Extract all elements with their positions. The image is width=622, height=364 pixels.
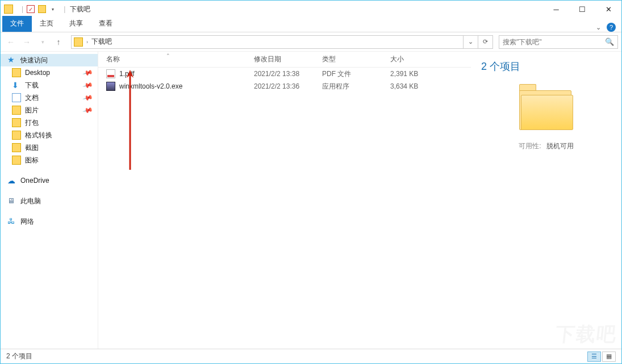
sidebar-item-label: 截图 [25, 143, 39, 153]
availability-label: 可用性: [519, 142, 541, 150]
details-pane: 2 个项目 可用性: 脱机可用 [471, 52, 621, 349]
search-icon[interactable]: 🔍 [605, 37, 614, 46]
breadcrumb[interactable]: 下载吧 [91, 37, 112, 47]
sidebar-item-label: 打包 [25, 118, 39, 128]
tab-home[interactable]: 主页 [32, 16, 61, 32]
computer-icon: 🖥 [7, 196, 16, 206]
tab-share[interactable]: 共享 [61, 16, 91, 32]
column-type[interactable]: 类型 [322, 55, 390, 64]
folder-icon [12, 156, 21, 165]
sidebar-item-pictures[interactable]: 图片 📌 [1, 104, 98, 116]
pin-icon: 📌 [82, 104, 94, 116]
column-date[interactable]: 修改日期 [254, 55, 322, 64]
file-date: 2021/2/2 13:36 [254, 82, 322, 90]
file-row[interactable]: winxmltools-v2.0.exe 2021/2/2 13:36 应用程序… [98, 80, 471, 93]
address-bar[interactable]: › 下载吧 ⌄ ⟳ [71, 35, 493, 49]
view-details-button[interactable]: ☰ [587, 352, 601, 362]
sidebar-network[interactable]: 🖧 网络 [1, 215, 98, 228]
view-large-button[interactable]: ▦ [602, 352, 616, 362]
sidebar-item-icons[interactable]: 图标 [1, 154, 98, 166]
star-icon: ★ [7, 56, 16, 65]
details-title: 2 个项目 [481, 60, 611, 73]
folder-thumbnail [519, 87, 574, 131]
folder-icon [12, 143, 21, 152]
sidebar-item-screenshot[interactable]: 截图 [1, 141, 98, 154]
network-icon: 🖧 [7, 217, 16, 226]
folder-icon [12, 131, 21, 140]
document-icon [12, 93, 21, 102]
minimize-button[interactable]: ─ [543, 1, 569, 18]
tab-view[interactable]: 查看 [91, 16, 120, 32]
sidebar-item-downloads[interactable]: ⬇ 下载 📌 [1, 79, 98, 91]
sidebar-item-label: 快速访问 [20, 56, 48, 65]
sidebar-item-label: 图标 [25, 156, 39, 165]
search-box[interactable]: 🔍 [499, 35, 618, 49]
ribbon-expand-icon[interactable]: ⌄ [596, 24, 601, 31]
sort-indicator-icon: ⌃ [166, 53, 170, 58]
column-name[interactable]: 名称 ⌃ [106, 55, 254, 64]
sidebar-onedrive[interactable]: ☁ OneDrive [1, 174, 98, 187]
qat-properties-icon[interactable]: ✓ [27, 5, 35, 13]
pin-icon: 📌 [82, 67, 94, 78]
qat-separator: | [64, 5, 65, 13]
sidebar-item-documents[interactable]: 文档 📌 [1, 91, 98, 104]
sidebar-item-package[interactable]: 打包 [1, 116, 98, 129]
qat-separator: | [22, 5, 23, 13]
sidebar-item-label: Desktop [25, 69, 50, 77]
chevron-right-icon[interactable]: › [86, 39, 88, 45]
window-title: 下载吧 [70, 5, 90, 14]
forward-button[interactable]: → [20, 35, 34, 49]
view-buttons: ☰ ▦ [587, 352, 616, 362]
sidebar-quickaccess[interactable]: ★ 快速访问 [1, 54, 98, 66]
sidebar-item-label: 网络 [20, 217, 34, 227]
pin-icon: 📌 [82, 80, 94, 91]
sidebar-item-label: OneDrive [20, 177, 49, 185]
pin-icon: 📌 [82, 92, 94, 103]
sidebar-item-label: 文档 [25, 93, 39, 103]
quick-access-toolbar: | ✓ ▾ | [4, 5, 65, 14]
folder-icon [4, 5, 13, 14]
file-date: 2021/2/2 13:38 [254, 70, 322, 78]
body: ★ 快速访问 Desktop 📌 ⬇ 下载 📌 文档 📌 图片 📌 [1, 52, 621, 349]
refresh-button[interactable]: ⟳ [478, 36, 492, 48]
file-type: 应用程序 [322, 82, 390, 91]
sidebar-item-convert[interactable]: 格式转换 [1, 129, 98, 141]
availability-value: 脱机可用 [546, 142, 574, 150]
back-button[interactable]: ← [4, 35, 18, 49]
ribbon: 文件 主页 共享 查看 ⌄ ? [1, 18, 621, 32]
qat-newfolder-icon[interactable] [38, 5, 46, 13]
file-rows: 1.pdf 2021/2/2 13:38 PDF 文件 2,391 KB win… [98, 68, 471, 349]
file-name: winxmltools-v2.0.exe [119, 82, 182, 90]
titlebar: | ✓ ▾ | 下载吧 ─ ☐ ✕ [1, 1, 621, 18]
details-availability: 可用性: 脱机可用 [481, 141, 611, 151]
pictures-icon [12, 106, 21, 115]
sidebar: ★ 快速访问 Desktop 📌 ⬇ 下载 📌 文档 📌 图片 📌 [1, 52, 98, 349]
exe-icon [106, 82, 115, 91]
help-icon[interactable]: ? [607, 23, 616, 32]
file-row[interactable]: 1.pdf 2021/2/2 13:38 PDF 文件 2,391 KB [98, 68, 471, 80]
column-size[interactable]: 大小 [390, 55, 458, 64]
history-dropdown[interactable]: ▾ [36, 35, 49, 49]
window-controls: ─ ☐ ✕ [543, 1, 621, 18]
tab-file[interactable]: 文件 [2, 16, 32, 32]
sidebar-item-desktop[interactable]: Desktop 📌 [1, 66, 98, 79]
status-bar: 2 个项目 ☰ ▦ [1, 349, 621, 363]
file-type: PDF 文件 [322, 69, 390, 79]
download-icon: ⬇ [12, 81, 21, 90]
folder-icon [12, 118, 21, 127]
sidebar-item-label: 下载 [25, 81, 39, 90]
address-dropdown-icon[interactable]: ⌄ [463, 36, 478, 48]
sidebar-thispc[interactable]: 🖥 此电脑 [1, 195, 98, 207]
folder-icon [74, 37, 83, 47]
maximize-button[interactable]: ☐ [569, 1, 595, 18]
file-size: 2,391 KB [390, 70, 458, 78]
close-button[interactable]: ✕ [595, 1, 621, 18]
navigation-bar: ← → ▾ ↑ › 下载吧 ⌄ ⟳ 🔍 [1, 32, 621, 52]
sidebar-item-label: 格式转换 [25, 131, 52, 140]
search-input[interactable] [503, 38, 605, 46]
sidebar-item-label: 图片 [25, 106, 39, 115]
up-button[interactable]: ↑ [52, 35, 65, 49]
qat-dropdown-icon[interactable]: ▾ [52, 7, 57, 12]
cloud-icon: ☁ [7, 176, 16, 185]
explorer-window: | ✓ ▾ | 下载吧 ─ ☐ ✕ 文件 主页 共享 查看 ⌄ ? ← → ▾ … [0, 0, 622, 364]
